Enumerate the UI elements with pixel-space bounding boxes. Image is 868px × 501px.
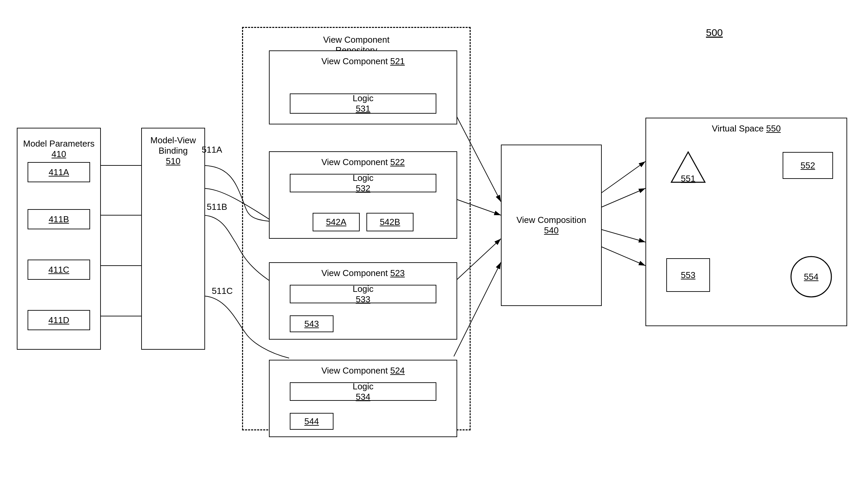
diagram-ref-500: 500 (706, 27, 723, 38)
mvb-title2: Binding (142, 146, 204, 156)
shape-554: 554 (789, 255, 833, 299)
param-411d: 411D (28, 310, 90, 330)
sub-542a: 542A (313, 213, 360, 231)
shape-551: 551 (666, 149, 710, 185)
svg-line-12 (598, 228, 645, 242)
logic-531: Logic 531 (290, 94, 436, 114)
repo-title1: View Component (243, 35, 470, 45)
mvb-box: Model-View Binding 510 (141, 128, 205, 350)
shape-553: 553 (666, 258, 710, 292)
svg-line-11 (598, 188, 645, 209)
diagram: 500 Model Parameters 410 411A 411B 411C … (0, 0, 868, 501)
logic-533: Logic 533 (290, 285, 436, 303)
model-params-ref: 410 (18, 149, 100, 159)
vc521-box: View Component 521 Logic 531 (269, 51, 457, 125)
param-411c: 411C (28, 259, 90, 280)
shape-552: 552 (783, 152, 833, 179)
view-composition-box: View Composition 540 (501, 145, 602, 306)
label-511b: 511B (207, 202, 227, 212)
vc522-box: View Component 522 Logic 532 542A 542B (269, 151, 457, 239)
vc523-box: View Component 523 Logic 533 543 (269, 262, 457, 340)
model-params-title: Model Parameters (18, 139, 100, 149)
sub-544: 544 (290, 413, 333, 430)
vc-ref: 540 (516, 225, 586, 236)
svg-line-10 (598, 161, 645, 195)
label-511a: 511A (202, 145, 222, 155)
model-parameters-box: Model Parameters 410 411A 411B 411C 411D (17, 128, 101, 350)
logic-532: Logic 532 (290, 174, 436, 192)
mvb-title1: Model-View (142, 135, 204, 146)
vc524-box: View Component 524 Logic 534 544 (269, 360, 457, 437)
virtual-space-box: Virtual Space 550 551 552 553 554 (645, 118, 847, 326)
svg-line-13 (598, 245, 645, 266)
sub-542b: 542B (366, 213, 414, 231)
param-411b: 411B (28, 209, 90, 229)
mvb-ref: 510 (142, 156, 204, 167)
logic-534: Logic 534 (290, 382, 436, 401)
sub-543: 543 (290, 316, 333, 332)
vc-title: View Composition (516, 215, 586, 225)
param-411a: 411A (28, 162, 90, 182)
label-511c: 511C (212, 286, 233, 296)
